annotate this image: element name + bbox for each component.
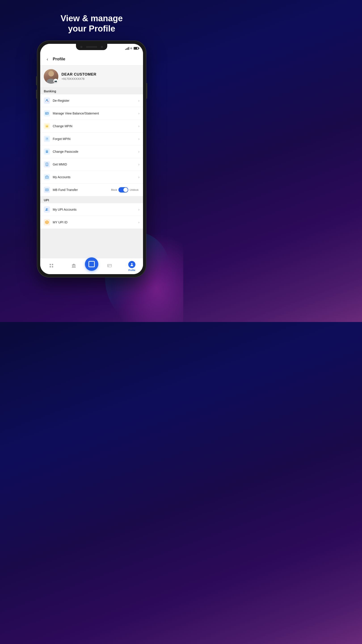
nav-item-home[interactable] [40, 263, 62, 269]
bottom-nav: Profile [40, 258, 143, 274]
svg-point-22 [47, 208, 48, 210]
back-button[interactable]: ‹ [44, 56, 51, 62]
fund-transfer-toggle-container[interactable]: Block Unblock [111, 187, 139, 192]
change-mpin-label: Change MPIN [53, 124, 136, 128]
menu-item-forgot-mpin[interactable]: ? Forgot MPIN › [40, 132, 143, 145]
forgot-mpin-icon: ? [44, 136, 50, 142]
nav-item-center[interactable] [85, 262, 98, 271]
svg-rect-35 [107, 264, 111, 267]
change-passcode-chevron: › [138, 150, 139, 154]
get-mmid-chevron: › [138, 162, 139, 166]
profile-nav-label: Profile [128, 269, 135, 272]
manage-balance-chevron: › [138, 112, 139, 115]
svg-marker-30 [72, 264, 76, 265]
mb-fund-transfer-icon [44, 187, 50, 193]
svg-rect-29 [52, 266, 53, 268]
svg-rect-37 [108, 266, 109, 266]
banking-section-header: Banking [40, 87, 143, 94]
page-title: View & manage your Profile [60, 14, 123, 34]
my-upi-accounts-icon [44, 206, 50, 213]
svg-rect-11 [46, 152, 48, 153]
menu-item-my-upi-id[interactable]: A MY UPI ID › [40, 216, 143, 228]
svg-text:?: ? [46, 138, 48, 140]
my-accounts-icon [44, 174, 50, 180]
my-upi-id-label: MY UPI ID [53, 220, 136, 224]
my-upi-accounts-chevron: › [138, 208, 139, 211]
menu-item-my-accounts[interactable]: My Accounts › [40, 171, 143, 184]
nav-item-banking[interactable] [62, 263, 85, 269]
forgot-mpin-label: Forgot MPIN [53, 137, 136, 141]
my-upi-accounts-label: My UPI Accounts [53, 208, 136, 211]
fund-transfer-toggle[interactable] [118, 187, 128, 192]
toggle-unblock-label: Unblock [130, 188, 139, 191]
my-accounts-chevron: › [138, 175, 139, 179]
nav-item-profile[interactable]: Profile [121, 261, 143, 272]
phone-frame: ⊛ ‹ Profile 📷 [37, 40, 146, 278]
svg-text:A: A [46, 222, 48, 224]
signal-icon [125, 47, 129, 50]
status-bar: ⊛ [40, 44, 143, 53]
toggle-block-label: Block [111, 188, 117, 191]
center-action-icon [88, 261, 95, 267]
svg-rect-27 [52, 264, 53, 265]
svg-rect-31 [72, 266, 73, 267]
profile-nav-icon [128, 261, 135, 268]
cards-icon [107, 263, 112, 269]
de-register-icon [44, 98, 50, 104]
svg-rect-33 [75, 266, 75, 267]
change-mpin-chevron: › [138, 124, 139, 128]
menu-item-mb-fund-transfer[interactable]: MB Fund Transfer Block Unblock [40, 184, 143, 196]
menu-item-manage-view-balance[interactable]: Manage View Balance/Statement › [40, 107, 143, 120]
manage-balance-label: Manage View Balance/Statement [53, 112, 136, 115]
change-mpin-icon: 12 [44, 123, 50, 129]
svg-rect-26 [50, 264, 51, 265]
get-mmid-label: Get MMID [53, 162, 136, 166]
svg-point-38 [131, 263, 132, 264]
svg-rect-28 [50, 266, 51, 268]
battery-icon [134, 47, 139, 50]
my-upi-id-chevron: › [138, 220, 139, 224]
menu-item-de-register[interactable]: De-Register › [40, 94, 143, 107]
svg-point-20 [46, 190, 47, 190]
banking-icon [71, 263, 76, 269]
profile-section: 📷 DEAR CUSTOMER +9170XXXXXX78 [40, 66, 143, 87]
menu-item-my-upi-accounts[interactable]: My UPI Accounts › [40, 203, 143, 216]
svg-rect-5 [46, 114, 47, 114]
svg-rect-2 [45, 112, 48, 114]
home-icon [49, 263, 54, 269]
menu-item-change-passcode[interactable]: Change Passcode › [40, 145, 143, 158]
header-title: Profile [53, 57, 65, 62]
de-register-label: De-Register [53, 99, 136, 102]
change-passcode-label: Change Passcode [53, 150, 136, 154]
upi-section-header: UPI [40, 196, 143, 203]
avatar-container[interactable]: 📷 [44, 69, 58, 84]
de-register-chevron: › [138, 99, 139, 102]
app-header: ‹ Profile [40, 53, 143, 66]
svg-rect-32 [73, 266, 74, 267]
center-action-button[interactable] [85, 258, 98, 271]
profile-phone: +9170XXXXXX78 [61, 77, 139, 80]
my-upi-id-icon: A [44, 219, 50, 226]
profile-name: DEAR CUSTOMER [61, 72, 139, 77]
svg-point-14 [47, 165, 47, 166]
change-passcode-icon [44, 148, 50, 155]
manage-balance-icon [44, 110, 50, 116]
mb-fund-transfer-label: MB Fund Transfer [53, 188, 108, 192]
svg-rect-34 [72, 267, 76, 268]
my-accounts-label: My Accounts [53, 175, 136, 179]
nav-item-cards[interactable] [98, 263, 121, 269]
get-mmid-icon [44, 161, 50, 168]
menu-item-change-mpin[interactable]: 12 Change MPIN › [40, 120, 143, 132]
svg-point-21 [46, 208, 47, 210]
banking-menu-list: De-Register › Manage View Bal [40, 94, 143, 196]
wifi-icon: ⊛ [130, 47, 132, 50]
svg-text:12: 12 [46, 125, 48, 128]
menu-item-get-mmid[interactable]: Get MMID › [40, 158, 143, 171]
upi-menu-list: My UPI Accounts › A MY UPI ID › [40, 203, 143, 228]
forgot-mpin-chevron: › [138, 137, 139, 141]
